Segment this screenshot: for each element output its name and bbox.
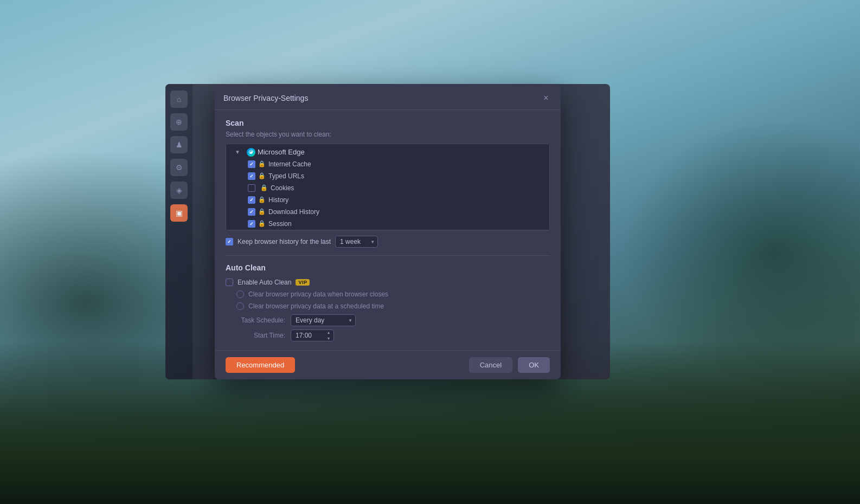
history-icon: 🔒 — [258, 196, 266, 204]
browser-tree-list: ▼ Microsoft Edge 🔒 — [226, 144, 550, 230]
internet-cache-checkbox[interactable] — [248, 160, 255, 168]
keep-history-row: Keep browser history for the last 1 day … — [226, 236, 550, 248]
recommended-button[interactable]: Recommended — [226, 357, 295, 373]
section-divider — [226, 255, 550, 256]
keep-history-label: Keep browser history for the last — [238, 238, 331, 245]
task-schedule-row: Task Schedule: Every day Every week Ever… — [226, 314, 550, 326]
download-icon: 🔒 — [258, 208, 266, 216]
time-increment-button[interactable]: ▲ — [324, 329, 333, 335]
browser-privacy-dialog: Browser Privacy-Settings × Scan Select t… — [215, 85, 561, 379]
scan-section-title: Scan — [226, 119, 550, 127]
week-select-wrapper: 1 day 3 days 1 week 2 weeks 1 month — [335, 236, 378, 248]
enable-auto-clean-row: Enable Auto Clean VIP — [226, 279, 550, 286]
task-schedule-select[interactable]: Every day Every week Every month — [291, 314, 356, 326]
start-time-input-wrapper: ▲ ▼ — [291, 329, 334, 341]
typed-urls-checkbox[interactable] — [248, 172, 255, 180]
enable-auto-clean-label: Enable Auto Clean — [238, 279, 291, 286]
dialog-overlay: Browser Privacy-Settings × Scan Select t… — [165, 84, 610, 379]
typed-urls-label: Typed URLs — [268, 172, 545, 180]
session-label: Session — [268, 220, 545, 228]
history-checkbox[interactable] — [248, 196, 255, 204]
clear-on-close-radio[interactable] — [236, 290, 244, 298]
internet-cache-row[interactable]: 🔒 Internet Cache — [226, 158, 549, 170]
typed-urls-row[interactable]: 🔒 Typed URLs — [226, 170, 549, 182]
footer-right-buttons: Cancel OK — [469, 357, 550, 373]
edge-browser-label: Microsoft Edge — [258, 148, 545, 156]
time-decrement-button[interactable]: ▼ — [324, 335, 333, 341]
chevron-down-icon: ▼ — [235, 149, 240, 155]
history-row[interactable]: 🔒 History — [226, 194, 549, 206]
clear-scheduled-label: Clear browser privacy data at a schedule… — [248, 302, 384, 310]
cache-icon: 🔒 — [258, 160, 266, 169]
url-icon: 🔒 — [258, 172, 266, 180]
cookies-row[interactable]: 🔒 Cookies — [226, 182, 549, 194]
enable-auto-clean-checkbox[interactable] — [226, 279, 233, 286]
internet-cache-label: Internet Cache — [268, 160, 545, 168]
dialog-body: Scan Select the objects you want to clea… — [215, 110, 561, 350]
clear-on-close-row: Clear browser privacy data when browser … — [236, 290, 550, 298]
download-history-row[interactable]: 🔒 Download History — [226, 206, 549, 218]
task-schedule-select-wrapper: Every day Every week Every month — [291, 314, 356, 326]
ok-button[interactable]: OK — [518, 357, 550, 373]
week-select[interactable]: 1 day 3 days 1 week 2 weeks 1 month — [335, 236, 378, 248]
keep-history-checkbox[interactable] — [226, 238, 233, 245]
start-time-label: Start Time: — [236, 332, 285, 339]
history-label: History — [268, 196, 545, 204]
scan-section-subtitle: Select the objects you want to clean: — [226, 131, 550, 138]
vip-badge: VIP — [296, 279, 310, 286]
edge-browser-row[interactable]: ▼ Microsoft Edge — [226, 146, 549, 158]
download-history-label: Download History — [268, 208, 545, 216]
time-spinner: ▲ ▼ — [324, 329, 333, 341]
cancel-button[interactable]: Cancel — [469, 357, 512, 373]
auto-clean-title: Auto Clean — [226, 263, 550, 272]
clear-on-close-label: Clear browser privacy data when browser … — [248, 290, 388, 298]
start-time-row: Start Time: ▲ ▼ — [226, 329, 550, 341]
clear-scheduled-row: Clear browser privacy data at a schedule… — [236, 302, 550, 310]
cookies-checkbox[interactable] — [248, 184, 255, 192]
cookie-icon: 🔒 — [260, 184, 268, 192]
session-checkbox[interactable] — [248, 220, 255, 228]
task-schedule-label: Task Schedule: — [236, 316, 285, 324]
close-button[interactable]: × — [540, 92, 552, 104]
cookies-label: Cookies — [271, 184, 545, 192]
dialog-footer: Recommended Cancel OK — [215, 350, 561, 379]
session-row[interactable]: 🔒 Session — [226, 218, 549, 230]
dialog-titlebar: Browser Privacy-Settings × — [215, 85, 561, 110]
clear-scheduled-radio[interactable] — [236, 302, 244, 310]
session-icon: 🔒 — [258, 219, 266, 228]
dialog-title: Browser Privacy-Settings — [223, 94, 308, 102]
edge-browser-icon — [247, 148, 255, 157]
download-history-checkbox[interactable] — [248, 208, 255, 216]
